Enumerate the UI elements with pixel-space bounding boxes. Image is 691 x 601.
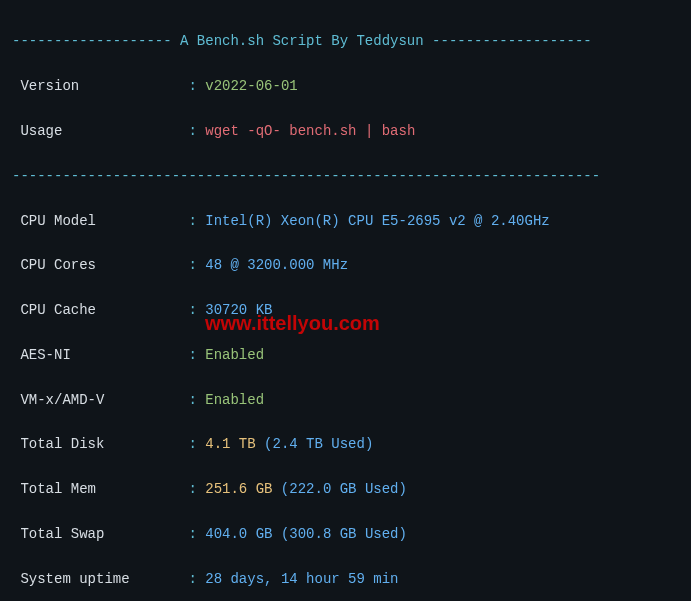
terminal-output: ------------------- A Bench.sh Script By… (0, 0, 691, 601)
usage-value: wget -qO- bench.sh | bash (205, 123, 415, 139)
cpu-cache-value: 30720 KB (205, 302, 272, 318)
vmx-value: Enabled (205, 392, 264, 408)
vmx-row: VM-x/AMD-V : Enabled (12, 389, 679, 411)
mem-row: Total Mem : 251.6 GB (222.0 GB Used) (12, 478, 679, 500)
version-value: v2022-06-01 (205, 78, 297, 94)
divider: ----------------------------------------… (12, 165, 679, 187)
disk-value: 4.1 TB (205, 436, 255, 452)
mem-value: 251.6 GB (205, 481, 272, 497)
script-title: A Bench.sh Script By Teddysun (180, 33, 424, 49)
usage-label: Usage (12, 123, 62, 139)
cpu-model-value: Intel(R) Xeon(R) CPU E5-2695 v2 @ 2.40GH… (205, 213, 549, 229)
cpu-model-row: CPU Model : Intel(R) Xeon(R) CPU E5-2695… (12, 210, 679, 232)
cpu-cores-row: CPU Cores : 48 @ 3200.000 MHz (12, 254, 679, 276)
header-line: ------------------- A Bench.sh Script By… (12, 30, 679, 52)
disk-row: Total Disk : 4.1 TB (2.4 TB Used) (12, 433, 679, 455)
cpu-cores-value: 48 @ 3200.000 MHz (205, 257, 348, 273)
uptime-value: 28 days, 14 hour 59 min (205, 571, 398, 587)
usage-row: Usage : wget -qO- bench.sh | bash (12, 120, 679, 142)
swap-value: 404.0 GB (300.8 GB Used) (205, 526, 407, 542)
swap-row: Total Swap : 404.0 GB (300.8 GB Used) (12, 523, 679, 545)
cpu-cache-row: CPU Cache : 30720 KB (12, 299, 679, 321)
uptime-row: System uptime : 28 days, 14 hour 59 min (12, 568, 679, 590)
version-row: Version : v2022-06-01 (12, 75, 679, 97)
aesni-row: AES-NI : Enabled (12, 344, 679, 366)
mem-used: (222.0 GB Used) (272, 481, 406, 497)
disk-used: (2.4 TB Used) (256, 436, 374, 452)
version-label: Version (12, 78, 79, 94)
aesni-value: Enabled (205, 347, 264, 363)
